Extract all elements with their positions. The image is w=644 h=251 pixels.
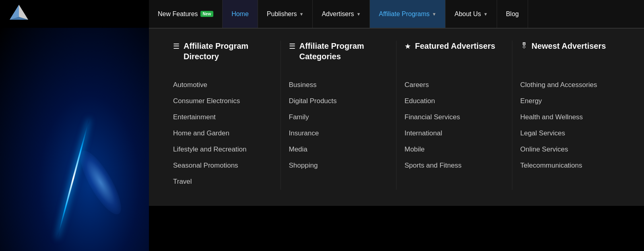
menu-link-1-4[interactable]: Media <box>289 141 388 158</box>
menu-link-1-0[interactable]: Business <box>289 77 388 93</box>
menu-link-1-5[interactable]: Shopping <box>289 158 388 174</box>
menu-link-2-2[interactable]: Financial Services <box>405 109 504 125</box>
col-header-icon-3: 🎖 <box>520 42 528 50</box>
nav-item-blog[interactable]: Blog <box>497 0 528 28</box>
menu-link-0-5[interactable]: Seasonal Promotions <box>173 158 272 174</box>
col-header-icon-0: ☰ <box>173 42 180 51</box>
col-header-icon-1: ☰ <box>289 42 295 51</box>
dropdown-col-1: ☰Affiliate Program CategoriesBusinessDig… <box>281 41 397 190</box>
affiliate-dropdown: ☰Affiliate Program DirectoryAutomotiveCo… <box>149 28 644 206</box>
nav-label-affiliate-programs: Affiliate Programs <box>379 10 429 18</box>
hero-arc <box>57 120 90 237</box>
col-header-1: ☰Affiliate Program Categories <box>289 41 388 65</box>
col-header-text-1[interactable]: Affiliate Program Categories <box>299 41 388 62</box>
nav-arrow-affiliate-programs: ▼ <box>432 12 436 17</box>
menu-link-0-0[interactable]: Automotive <box>173 77 272 93</box>
nav-label-blog: Blog <box>506 10 519 18</box>
nav-item-home[interactable]: Home <box>223 0 258 28</box>
menu-link-3-5[interactable]: Telecommunications <box>520 158 620 174</box>
menu-link-2-0[interactable]: Careers <box>405 77 504 93</box>
menu-link-2-3[interactable]: International <box>405 125 504 141</box>
logo-area <box>0 0 149 28</box>
col-header-0: ☰Affiliate Program Directory <box>173 41 272 65</box>
menu-link-3-1[interactable]: Energy <box>520 93 620 109</box>
nav-label-publishers: Publishers <box>267 10 297 18</box>
menu-link-0-2[interactable]: Entertainment <box>173 109 272 125</box>
menu-link-0-1[interactable]: Consumer Electronics <box>173 93 272 109</box>
nav-label-new-features: New Features <box>158 10 198 18</box>
menu-link-1-1[interactable]: Digital Products <box>289 93 388 109</box>
nav-label-home: Home <box>231 10 249 18</box>
nav-arrow-advertisers: ▼ <box>356 12 361 17</box>
col-header-3: 🎖Newest Advertisers <box>520 41 620 65</box>
menu-link-1-2[interactable]: Family <box>289 109 388 125</box>
nav-badge-new-features: New <box>200 11 214 17</box>
nav-item-affiliate-programs[interactable]: Affiliate Programs▼ <box>370 0 446 28</box>
nav-item-about-us[interactable]: About Us▼ <box>446 0 497 28</box>
nav-label-about-us: About Us <box>454 10 481 18</box>
nav-label-advertisers: Advertisers <box>322 10 354 18</box>
nav-arrow-publishers: ▼ <box>299 12 304 17</box>
main-nav: New FeaturesNewHomePublishers▼Advertiser… <box>149 0 644 28</box>
col-header-icon-2: ★ <box>405 42 411 51</box>
col-header-text-0[interactable]: Affiliate Program Directory <box>184 41 272 62</box>
nav-item-publishers[interactable]: Publishers▼ <box>258 0 313 28</box>
dropdown-col-2: ★Featured AdvertisersCareersEducationFin… <box>396 41 512 190</box>
menu-link-0-6[interactable]: Travel <box>173 174 272 190</box>
col-header-text-3[interactable]: Newest Advertisers <box>532 41 606 51</box>
dropdown-col-0: ☰Affiliate Program DirectoryAutomotiveCo… <box>165 41 281 190</box>
menu-link-3-4[interactable]: Online Services <box>520 141 620 158</box>
menu-link-3-2[interactable]: Health and Wellness <box>520 109 620 125</box>
menu-link-3-3[interactable]: Legal Services <box>520 125 620 141</box>
hero-glow <box>73 146 128 220</box>
dropdown-col-3: 🎖Newest AdvertisersClothing and Accessor… <box>512 41 628 190</box>
dropdown-grid: ☰Affiliate Program DirectoryAutomotiveCo… <box>165 41 628 190</box>
menu-link-0-3[interactable]: Home and Garden <box>173 125 272 141</box>
menu-link-3-0[interactable]: Clothing and Accessories <box>520 77 620 93</box>
nav-item-advertisers[interactable]: Advertisers▼ <box>313 0 370 28</box>
menu-link-2-5[interactable]: Sports and Fitness <box>405 158 504 174</box>
menu-link-2-4[interactable]: Mobile <box>405 141 504 158</box>
col-header-text-2[interactable]: Featured Advertisers <box>415 41 495 51</box>
col-header-2: ★Featured Advertisers <box>405 41 504 65</box>
menu-link-1-3[interactable]: Insurance <box>289 125 388 141</box>
logo-icon <box>8 3 30 25</box>
menu-link-0-4[interactable]: Lifestyle and Recreation <box>173 141 272 158</box>
menu-link-2-1[interactable]: Education <box>405 93 504 109</box>
hero-background <box>0 28 149 251</box>
nav-arrow-about-us: ▼ <box>483 12 488 17</box>
nav-item-new-features[interactable]: New FeaturesNew <box>149 0 223 28</box>
